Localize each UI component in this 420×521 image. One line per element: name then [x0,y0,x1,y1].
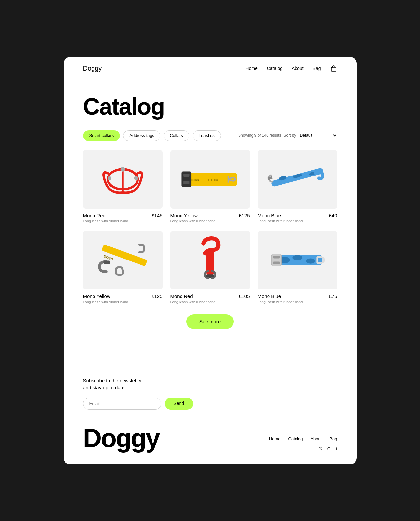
product-desc-2: Long leash with rubber band [170,219,216,223]
svg-text:DOGS: DOGS [190,178,199,182]
product-price-5: £105 [239,293,250,299]
svg-rect-29 [273,256,280,258]
footer-nav: Home Catalog About Bag [269,436,337,441]
product-info-1: Mono Red Long leash with rubber band £14… [83,213,163,223]
product-image-6 [258,231,337,289]
footer-nav-home[interactable]: Home [269,436,281,441]
results-sort: Showing 9 of 140 results Sort by Default… [238,133,337,138]
svg-point-4 [108,176,111,180]
product-info-5: Mono Red Long leash with rubber band £10… [170,293,250,304]
product-desc-1: Long leash with rubber band [83,219,128,223]
svg-point-26 [292,255,302,260]
svg-point-3 [121,167,124,171]
footer: Doggy Home Catalog About Bag 𝕏 G f [64,410,357,464]
facebook-icon[interactable]: f [336,446,337,451]
email-input[interactable] [83,398,161,410]
nav: Home Catalog About Bag [245,65,337,72]
product-price-3: £40 [329,213,337,218]
product-desc-3: Long leash with rubber band [258,219,303,223]
svg-text:DR O HU: DR O HU [207,179,218,182]
page-title: Catalog [83,93,337,120]
filter-leashes[interactable]: Leashes [193,130,221,141]
svg-rect-21 [103,261,110,264]
footer-nav-catalog[interactable]: Catalog [288,436,303,441]
newsletter-text: Subscribe to the newsletter and stay up … [83,377,337,392]
product-info-6: Mono Blue Long leash with rubber band £7… [258,293,337,304]
results-text: Showing 9 of 140 results [238,133,281,138]
svg-rect-30 [273,262,280,264]
filters: Smart collars Address tags Collars Leash… [83,130,221,141]
product-image-4: DOGS [83,231,163,289]
product-card-3[interactable]: Mono Blue Long leash with rubber band £4… [258,150,337,223]
product-image-3 [258,150,337,209]
newsletter-section: Subscribe to the newsletter and stay up … [64,364,357,410]
newsletter-form: Send [83,398,337,410]
nav-bag[interactable]: Bag [313,66,321,71]
product-image-1 [83,150,163,209]
filter-address-tags[interactable]: Address tags [123,130,160,141]
filter-smart-collars[interactable]: Smart collars [83,130,120,141]
product-name-6: Mono Blue [258,293,303,299]
svg-rect-10 [183,174,189,177]
product-info-4: Mono Yellow Long leash with rubber band … [83,293,163,304]
twitter-icon[interactable]: 𝕏 [319,446,322,451]
product-name-5: Mono Red [170,293,216,299]
header: Doggy Home Catalog About Bag [64,57,357,80]
send-button[interactable]: Send [165,398,194,410]
svg-rect-18 [267,176,273,180]
product-card-1[interactable]: Mono Red Long leash with rubber band £14… [83,150,163,223]
product-price-6: £75 [329,293,337,299]
filters-row: Smart collars Address tags Collars Leash… [83,130,337,141]
bag-icon[interactable] [330,65,337,72]
footer-nav-bag[interactable]: Bag [329,436,337,441]
nav-home[interactable]: Home [245,66,257,71]
product-grid: Mono Red Long leash with rubber band £14… [83,150,337,304]
footer-nav-about[interactable]: About [311,436,322,441]
product-name-2: Mono Yellow [170,213,216,218]
filter-collars[interactable]: Collars [164,130,189,141]
product-desc-4: Long leash with rubber band [83,300,128,304]
footer-logo: Doggy [83,425,159,451]
product-image-2: DOGS DR O HU [170,150,250,209]
product-name-4: Mono Yellow [83,293,128,299]
nav-about[interactable]: About [292,66,304,71]
product-desc-5: Long leash with rubber band [170,300,216,304]
product-card-4[interactable]: DOGS Mono Yellow Long leash with rubber … [83,231,163,304]
product-info-3: Mono Blue Long leash with rubber band £4… [258,213,337,223]
svg-rect-11 [183,181,189,184]
footer-social: 𝕏 G f [319,446,337,451]
product-card-2[interactable]: DOGS DR O HU Mono Yellow Long lea [170,150,250,223]
google-icon[interactable]: G [327,446,331,451]
product-desc-6: Long leash with rubber band [258,300,303,304]
page-wrapper: Doggy Home Catalog About Bag Catalog Sma… [64,57,357,464]
main-content: Catalog Smart collars Address tags Colla… [64,80,357,364]
product-info-2: Mono Yellow Long leash with rubber band … [170,213,250,223]
svg-point-5 [134,176,138,180]
product-price-1: £145 [152,213,162,218]
svg-rect-0 [331,67,336,71]
sort-select[interactable]: Default Price: Low to High Price: High t… [299,133,337,138]
product-card-5[interactable]: Mono Red Long leash with rubber band £10… [170,231,250,304]
svg-point-27 [306,258,315,263]
svg-text:DOGS: DOGS [103,254,113,261]
product-name-3: Mono Blue [258,213,303,218]
logo[interactable]: Doggy [83,65,102,72]
product-card-6[interactable]: Mono Blue Long leash with rubber band £7… [258,231,337,304]
product-image-5 [170,231,250,289]
product-name-1: Mono Red [83,213,128,218]
see-more-button[interactable]: See more [186,314,234,329]
footer-right: Home Catalog About Bag 𝕏 G f [269,436,337,451]
nav-catalog[interactable]: Catalog [267,66,282,71]
product-price-4: £125 [152,293,162,299]
product-price-2: £125 [239,213,250,218]
sort-label: Sort by [283,133,296,138]
see-more-row: See more [83,314,337,329]
